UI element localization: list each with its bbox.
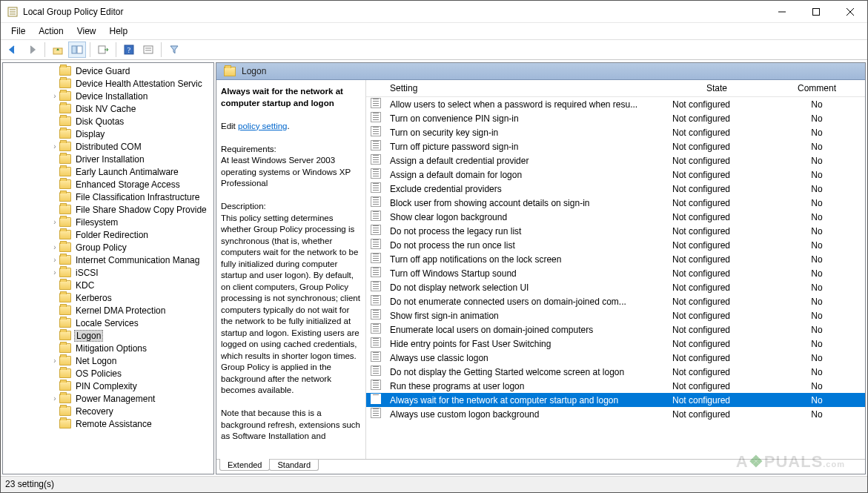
setting-row[interactable]: Always use custom logon backgroundNot co…: [366, 407, 865, 421]
setting-row[interactable]: Turn off app notifications on the lock s…: [366, 252, 865, 266]
setting-row[interactable]: Enumerate local users on domain-joined c…: [366, 322, 865, 337]
nav-back-button[interactable]: [4, 42, 21, 58]
edit-policy-link[interactable]: policy setting: [238, 122, 287, 130]
menu-help[interactable]: Help: [104, 24, 134, 38]
tree-node[interactable]: ›Filesystem: [6, 216, 213, 228]
setting-comment: No: [769, 196, 865, 210]
expand-icon[interactable]: ›: [50, 92, 59, 100]
setting-row[interactable]: Do not enumerate connected users on doma…: [366, 294, 865, 308]
view-tabs: Extended Standard: [216, 459, 865, 474]
setting-row[interactable]: Do not process the run once listNot conf…: [366, 238, 865, 252]
setting-row[interactable]: Turn off Windows Startup soundNot config…: [366, 266, 865, 280]
expand-icon[interactable]: ›: [50, 357, 59, 365]
setting-row[interactable]: Turn off picture password sign-inNot con…: [366, 139, 865, 153]
filter-button[interactable]: [165, 42, 183, 58]
tree-node[interactable]: ›Device Installation: [6, 90, 213, 102]
tree-node[interactable]: ›Distributed COM: [6, 140, 213, 153]
tree-node[interactable]: Device Guard: [6, 64, 213, 77]
column-state[interactable]: State: [665, 80, 769, 97]
setting-row[interactable]: Show clear logon backgroundNot configure…: [366, 210, 865, 224]
show-hide-tree-button[interactable]: [68, 42, 86, 58]
setting-row[interactable]: Show first sign-in animationNot configur…: [366, 308, 865, 322]
folder-icon: [59, 66, 71, 76]
tree-node[interactable]: Disk Quotas: [6, 115, 213, 128]
folder-icon: [59, 192, 71, 202]
tree-node[interactable]: Early Launch Antimalware: [6, 165, 213, 178]
tree-node[interactable]: Mitigation Options: [6, 342, 213, 354]
export-list-button[interactable]: [94, 42, 112, 58]
tree-node[interactable]: Display: [6, 128, 213, 140]
tree-node[interactable]: ›Net Logon: [6, 354, 213, 367]
maximize-button[interactable]: [799, 1, 833, 23]
column-comment[interactable]: Comment: [769, 80, 865, 97]
tree-node[interactable]: File Classification Infrastructure: [6, 191, 213, 203]
menu-view[interactable]: View: [71, 24, 102, 38]
tree-node[interactable]: KDC: [6, 279, 213, 291]
tree-node[interactable]: Disk NV Cache: [6, 102, 213, 115]
tree-node-label: Device Health Attestation Servic: [74, 79, 204, 89]
tree-node[interactable]: Locale Services: [6, 317, 213, 329]
policy-icon: [371, 408, 381, 418]
column-setting[interactable]: Setting: [382, 80, 665, 97]
tree-node[interactable]: Recovery: [6, 405, 213, 417]
tree-node[interactable]: Logon: [6, 329, 213, 342]
tree-node[interactable]: Folder Redirection: [6, 228, 213, 241]
setting-row[interactable]: Run these programs at user logonNot conf…: [366, 379, 865, 393]
setting-row[interactable]: Always use classic logonNot configuredNo: [366, 351, 865, 365]
tree-node-label: Display: [74, 129, 106, 139]
tree-node-label: Net Logon: [74, 356, 118, 366]
setting-row[interactable]: Do not process the legacy run listNot co…: [366, 224, 865, 238]
tree-node[interactable]: ›Power Management: [6, 392, 213, 405]
tree-node-label: Driver Installation: [74, 154, 146, 165]
tree-node[interactable]: ›Group Policy: [6, 241, 213, 254]
tree-node[interactable]: OS Policies: [6, 367, 213, 380]
setting-state: Not configured: [665, 393, 769, 407]
setting-row[interactable]: Allow users to select when a password is…: [366, 97, 865, 112]
minimize-button[interactable]: [765, 1, 799, 23]
tab-standard[interactable]: Standard: [269, 460, 319, 471]
close-button[interactable]: [833, 1, 867, 23]
status-bar: 23 setting(s): [1, 476, 867, 492]
tree-node[interactable]: Kerberos: [6, 291, 213, 304]
setting-row[interactable]: Do not display the Getting Started welco…: [366, 365, 865, 379]
tree-node[interactable]: File Share Shadow Copy Provide: [6, 203, 213, 216]
expand-icon[interactable]: ›: [50, 394, 59, 403]
menu-action[interactable]: Action: [33, 24, 69, 38]
console-tree[interactable]: Device GuardDevice Health Attestation Se…: [2, 62, 214, 474]
up-one-level-button[interactable]: [49, 42, 67, 58]
setting-state: Not configured: [665, 294, 769, 308]
tree-node[interactable]: Kernel DMA Protection: [6, 304, 213, 317]
tab-extended[interactable]: Extended: [219, 459, 270, 471]
help-button[interactable]: ?: [120, 42, 138, 58]
setting-row[interactable]: Assign a default credential providerNot …: [366, 153, 865, 168]
setting-row[interactable]: Always wait for the network at computer …: [366, 393, 865, 407]
setting-row[interactable]: Turn on security key sign-inNot configur…: [366, 125, 865, 139]
tree-node[interactable]: Device Health Attestation Servic: [6, 77, 213, 90]
setting-state: Not configured: [665, 196, 769, 210]
tree-node[interactable]: ›iSCSI: [6, 266, 213, 279]
tree-node[interactable]: Enhanced Storage Access: [6, 178, 213, 191]
expand-icon[interactable]: ›: [50, 218, 59, 226]
properties-button[interactable]: [139, 42, 157, 58]
setting-row[interactable]: Hide entry points for Fast User Switchin…: [366, 337, 865, 351]
expand-icon[interactable]: ›: [50, 268, 59, 277]
nav-forward-button[interactable]: [23, 42, 41, 58]
setting-row[interactable]: Turn on convenience PIN sign-inNot confi…: [366, 111, 865, 125]
setting-row[interactable]: Assign a default domain for logonNot con…: [366, 168, 865, 182]
tree-node[interactable]: Driver Installation: [6, 153, 213, 165]
setting-row[interactable]: Do not display network selection UINot c…: [366, 280, 865, 294]
tree-node[interactable]: Remote Assistance: [6, 417, 213, 430]
setting-row[interactable]: Block user from showing account details …: [366, 196, 865, 210]
menu-file[interactable]: File: [5, 24, 31, 38]
tree-node[interactable]: ›Internet Communication Manag: [6, 254, 213, 266]
folder-icon: [59, 129, 71, 139]
setting-row[interactable]: Exclude credential providersNot configur…: [366, 182, 865, 196]
setting-name: Do not enumerate connected users on doma…: [382, 294, 665, 308]
expand-icon[interactable]: ›: [50, 243, 59, 251]
settings-list[interactable]: Setting State Comment Allow users to sel…: [366, 80, 865, 459]
setting-comment: No: [769, 266, 865, 280]
expand-icon[interactable]: ›: [50, 142, 59, 150]
tree-node[interactable]: PIN Complexity: [6, 380, 213, 392]
policy-icon: [371, 281, 381, 291]
expand-icon[interactable]: ›: [50, 256, 59, 264]
